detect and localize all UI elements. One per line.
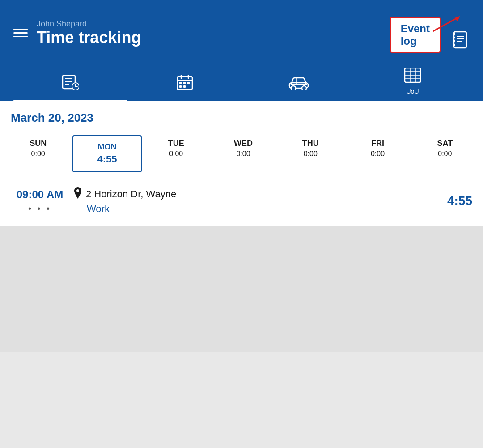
day-name-sun: SUN [30, 139, 47, 148]
event-log-button[interactable] [451, 30, 470, 53]
day-mon[interactable]: MON 4:55 [72, 135, 141, 172]
header-top: John Shepard Time tracking Event log [0, 0, 483, 58]
svg-rect-24 [179, 85, 182, 88]
uou-icon [404, 68, 421, 86]
svg-point-27 [291, 86, 296, 90]
day-fri[interactable]: FRI 0:00 [344, 132, 411, 175]
day-hours-tue: 0:00 [169, 150, 183, 158]
car-icon [288, 75, 310, 93]
day-sun[interactable]: SUN 0:00 [4, 132, 72, 175]
current-date: March 20, 2023 [11, 111, 93, 124]
day-hours-mon: 4:55 [97, 154, 117, 165]
app-header: John Shepard Time tracking Event log [0, 0, 483, 101]
svg-rect-2 [454, 32, 466, 48]
header-left: John Shepard Time tracking [13, 19, 141, 47]
svg-rect-3 [453, 33, 455, 35]
tab-calendar[interactable] [127, 69, 242, 101]
entry-progress-dots: • • • [28, 204, 51, 214]
header-right: Event log [451, 13, 470, 53]
day-hours-wed: 0:00 [236, 150, 250, 158]
svg-point-28 [302, 86, 306, 90]
main-content: March 20, 2023 SUN 0:00 MON 4:55 TUE 0:0… [0, 101, 483, 227]
week-row: SUN 0:00 MON 4:55 TUE 0:00 WED 0:00 THU … [0, 132, 483, 175]
timesheet-icon [62, 75, 79, 93]
user-name: John Shepard [37, 19, 141, 29]
entry-duration: 4:55 [436, 194, 472, 208]
entry-location: 2 Horizon Dr, Wayne [73, 187, 436, 201]
event-log-label: Event log [401, 22, 430, 47]
day-name-thu: THU [302, 139, 319, 148]
day-name-tue: TUE [168, 139, 184, 148]
day-thu[interactable]: THU 0:00 [277, 132, 344, 175]
bottom-empty-area [0, 227, 483, 352]
page-title: Time tracking [37, 29, 141, 47]
day-name-fri: FRI [371, 139, 384, 148]
day-tue[interactable]: TUE 0:00 [143, 132, 210, 175]
entry-category: Work [87, 203, 436, 215]
event-log-arrow [433, 14, 464, 32]
day-hours-fri: 0:00 [371, 150, 385, 158]
svg-rect-5 [453, 40, 455, 42]
day-name-sat: SAT [437, 139, 453, 148]
day-sat[interactable]: SAT 0:00 [411, 132, 479, 175]
day-wed[interactable]: WED 0:00 [210, 132, 277, 175]
day-hours-sat: 0:00 [438, 150, 452, 158]
day-hours-thu: 0:00 [304, 150, 318, 158]
nav-tabs: UoU [0, 62, 483, 101]
entry-time: 09:00 AM [17, 188, 63, 201]
calendar-icon [177, 75, 193, 93]
time-entry[interactable]: 09:00 AM • • • 2 Horizon Dr, Wayne Work … [0, 175, 483, 227]
uou-label: UoU [406, 88, 419, 95]
svg-rect-25 [183, 85, 186, 88]
entry-details: 2 Horizon Dr, Wayne Work [69, 187, 436, 215]
date-header: March 20, 2023 [0, 101, 483, 132]
svg-rect-22 [183, 82, 186, 84]
entry-time-block: 09:00 AM • • • [11, 188, 69, 214]
svg-rect-4 [453, 37, 455, 38]
tab-uou[interactable]: UoU [356, 62, 470, 101]
event-log-tooltip[interactable]: Event log [390, 17, 441, 53]
title-group: John Shepard Time tracking [37, 19, 141, 47]
day-hours-sun: 0:00 [31, 150, 45, 158]
svg-rect-21 [179, 82, 182, 84]
menu-button[interactable] [13, 29, 28, 37]
tab-timesheet[interactable] [13, 69, 127, 101]
notebook-icon [451, 30, 470, 49]
day-name-mon: MON [97, 142, 116, 152]
svg-rect-23 [187, 82, 190, 84]
tab-trips[interactable] [242, 69, 356, 101]
day-name-wed: WED [234, 139, 253, 148]
entry-address: 2 Horizon Dr, Wayne [86, 188, 176, 200]
location-pin-icon [73, 187, 82, 201]
svg-rect-6 [453, 44, 455, 46]
